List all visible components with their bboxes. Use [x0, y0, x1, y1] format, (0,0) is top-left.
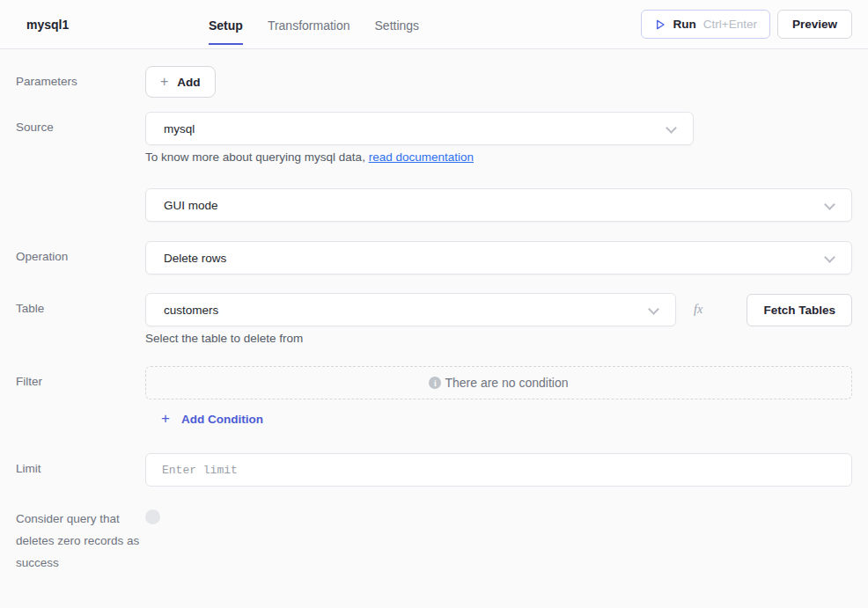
info-icon: i — [429, 377, 441, 389]
table-label: Table — [16, 293, 145, 345]
read-documentation-link[interactable]: read documentation — [369, 150, 474, 164]
query-header: mysql1 Setup Transformation Settings Run… — [0, 0, 868, 49]
tab-bar: Setup Transformation Settings — [209, 0, 419, 48]
parameters-label: Parameters — [16, 66, 145, 98]
source-hint-text: To know more about querying mysql data, — [145, 150, 369, 164]
preview-button[interactable]: Preview — [777, 10, 852, 39]
run-button-label: Run — [673, 18, 696, 31]
query-title: mysql1 — [26, 18, 209, 32]
filter-empty-box: i There are no condition — [145, 366, 852, 399]
plus-icon: + — [161, 410, 170, 428]
form-row-operation: Operation Delete rows — [16, 241, 868, 275]
chevron-down-icon — [648, 304, 659, 315]
table-select[interactable]: customers — [145, 293, 676, 326]
header-actions: Run Ctrl+Enter Preview — [641, 10, 852, 39]
mode-select[interactable]: GUI mode — [145, 188, 852, 222]
form-row-table: Table customers fx Fetch Tables Select t… — [16, 293, 868, 345]
filter-empty-text: There are no condition — [445, 376, 568, 390]
fx-binding-icon[interactable]: fx — [694, 303, 702, 317]
tab-setup[interactable]: Setup — [209, 0, 243, 45]
fetch-tables-button[interactable]: Fetch Tables — [747, 294, 852, 326]
chevron-down-icon — [824, 252, 835, 263]
filter-label: Filter — [16, 366, 145, 428]
mode-select-value: GUI mode — [164, 199, 218, 212]
add-parameter-button[interactable]: + Add — [145, 66, 216, 98]
form-row-parameters: Parameters + Add — [16, 66, 868, 98]
zero-records-label: Consider query that deletes zero records… — [16, 506, 145, 574]
add-condition-button[interactable]: + Add Condition — [161, 410, 263, 428]
form-row-filter: Filter i There are no condition + Add Co… — [16, 366, 868, 428]
form-row-mode: GUI mode — [16, 188, 868, 222]
limit-label: Limit — [16, 453, 145, 487]
source-select[interactable]: mysql — [145, 112, 694, 145]
source-label: Source — [16, 112, 145, 164]
tab-transformation[interactable]: Transformation — [268, 0, 350, 45]
operation-select[interactable]: Delete rows — [145, 241, 852, 275]
form-row-limit: Limit — [16, 453, 868, 487]
operation-label: Operation — [16, 241, 145, 275]
zero-records-toggle[interactable] — [145, 509, 160, 524]
table-select-value: customers — [164, 304, 218, 317]
table-field-line: customers fx Fetch Tables — [145, 293, 852, 326]
chevron-down-icon — [666, 122, 677, 134]
mode-label-spacer — [16, 188, 145, 222]
source-select-value: mysql — [164, 122, 195, 136]
chevron-down-icon — [824, 199, 835, 210]
tab-settings[interactable]: Settings — [375, 0, 420, 45]
source-hint: To know more about querying mysql data, … — [145, 150, 852, 164]
table-hint: Select the table to delete from — [145, 332, 852, 345]
limit-input[interactable] — [145, 453, 852, 487]
query-editor-pane: mysql1 Setup Transformation Settings Run… — [0, 0, 868, 608]
form-row-source: Source mysql To know more about querying… — [16, 112, 868, 164]
play-icon — [654, 18, 666, 31]
run-shortcut: Ctrl+Enter — [703, 18, 757, 31]
form-row-zero-records: Consider query that deletes zero records… — [16, 506, 868, 574]
add-condition-label: Add Condition — [181, 413, 263, 426]
plus-icon: + — [160, 74, 168, 90]
setup-form: Parameters + Add Source mysql To know mo… — [0, 66, 868, 574]
add-parameter-label: Add — [177, 76, 200, 89]
operation-select-value: Delete rows — [164, 252, 226, 265]
run-button[interactable]: Run Ctrl+Enter — [641, 10, 770, 39]
